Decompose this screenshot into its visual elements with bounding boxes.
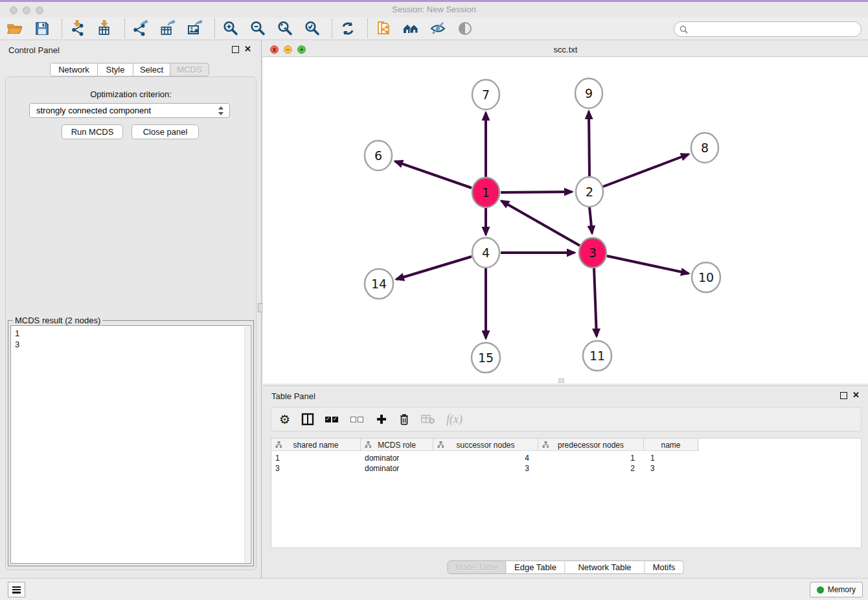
tab-motifs[interactable]: Motifs	[645, 560, 684, 574]
cell-predecessor-nodes[interactable]: 2	[538, 463, 644, 474]
refresh-view-icon[interactable]	[339, 19, 357, 38]
graph-node[interactable]: 7	[472, 80, 499, 110]
tab-select[interactable]: Select	[133, 63, 170, 76]
graph-edge[interactable]	[589, 111, 589, 177]
clone-network-icon[interactable]	[374, 19, 393, 38]
graph-node[interactable]: 14	[365, 269, 393, 299]
table-settings-icon[interactable]: ⚙	[279, 412, 290, 427]
cell-mcds-role[interactable]: dominator	[361, 463, 433, 474]
memory-button[interactable]: Memory	[810, 582, 863, 597]
table-panel-header: Table Panel ✕	[263, 386, 868, 404]
toolbar-separator	[367, 19, 368, 38]
show-graphics-details-icon[interactable]	[456, 19, 474, 38]
float-panel-icon[interactable]	[232, 46, 239, 53]
column-label: name	[661, 441, 680, 450]
cell-successor-nodes[interactable]: 4	[433, 453, 538, 463]
cell-name[interactable]: 1	[644, 453, 698, 463]
mcds-result-text[interactable]: 1 3	[10, 325, 251, 564]
graph-node[interactable]: 11	[583, 341, 611, 371]
tab-node-table[interactable]: Node Table	[448, 560, 507, 574]
network-view-window: x − + scc.txt	[263, 42, 868, 384]
graph-edge[interactable]	[501, 192, 572, 192]
split-grip[interactable]	[558, 378, 564, 383]
close-panel-icon[interactable]: ✕	[852, 390, 860, 400]
optimization-criterion-select[interactable]: strongly connected component	[29, 103, 230, 118]
graph-node[interactable]: 2	[576, 177, 603, 207]
result-scrollbar[interactable]	[244, 327, 250, 562]
cell-predecessor-nodes[interactable]: 1	[538, 453, 644, 463]
function-builder-icon[interactable]: f(x)	[446, 413, 463, 426]
graph-edge[interactable]	[603, 154, 689, 187]
cell-shared-name[interactable]: 3	[271, 463, 361, 474]
hide-graphics-details-icon[interactable]	[429, 19, 447, 38]
delete-column-icon[interactable]	[398, 413, 410, 426]
close-panel-icon[interactable]: ✕	[244, 44, 251, 54]
graph-node[interactable]: 15	[472, 343, 500, 373]
import-network-icon[interactable]	[69, 19, 87, 38]
network-overview-icon[interactable]	[402, 19, 420, 38]
zoom-in-icon[interactable]	[222, 19, 240, 38]
zoom-out-icon[interactable]	[249, 19, 267, 38]
table-row[interactable]: 3 dominator 3 2 3	[271, 463, 698, 474]
search-input[interactable]	[691, 25, 861, 34]
graph-edge[interactable]	[501, 201, 580, 246]
export-table-icon[interactable]	[159, 19, 177, 38]
deselect-all-icon[interactable]	[350, 417, 365, 422]
graph-edge[interactable]	[589, 207, 592, 233]
graph-node[interactable]: 6	[365, 141, 392, 170]
search-icon	[680, 25, 688, 34]
graph-node[interactable]: 1	[472, 178, 499, 207]
task-history-button[interactable]	[8, 582, 25, 597]
network-canvas[interactable]: 7 9 6 8 1 2 4 3 14 10 15 11	[263, 57, 868, 384]
graph-node[interactable]: 9	[575, 78, 602, 108]
tab-label: Motifs	[653, 562, 676, 572]
mcds-result-box: MCDS result (2 nodes) 1 3	[8, 320, 254, 566]
column-header-predecessor-nodes[interactable]: predecessor nodes	[538, 439, 644, 451]
import-table-icon[interactable]	[96, 19, 114, 38]
close-panel-button[interactable]: Close panel	[131, 124, 199, 139]
graph-edge[interactable]	[607, 256, 689, 273]
graph-node-label: 11	[589, 349, 605, 363]
zoom-selected-icon[interactable]	[303, 19, 321, 38]
graph-edge[interactable]	[396, 257, 472, 279]
open-session-icon[interactable]	[6, 19, 24, 38]
graph-node[interactable]: 3	[579, 238, 606, 268]
graph-node[interactable]: 8	[691, 133, 718, 163]
graph-node[interactable]: 10	[692, 262, 720, 292]
delete-table-icon[interactable]	[421, 414, 435, 424]
cell-shared-name[interactable]: 1	[271, 453, 361, 463]
export-image-icon[interactable]	[186, 19, 204, 38]
table-row[interactable]: 1 dominator 4 1 1	[271, 453, 698, 463]
toolbar-separator	[124, 19, 125, 38]
tab-style[interactable]: Style	[98, 63, 133, 76]
column-header-shared-name[interactable]: shared name	[271, 439, 361, 451]
search-field[interactable]	[674, 21, 862, 37]
tab-network[interactable]: Network	[50, 63, 98, 76]
export-network-icon[interactable]	[131, 19, 150, 38]
list-icon	[12, 586, 21, 594]
add-column-icon[interactable]	[376, 413, 387, 425]
shared-column-icon	[542, 441, 549, 448]
control-panel-tabs: Network Style Select MCDS	[50, 63, 209, 76]
graph-node-label: 14	[371, 277, 387, 291]
run-mcds-button[interactable]: Run MCDS	[62, 124, 123, 139]
column-header-mcds-role[interactable]: MCDS role	[361, 439, 433, 451]
float-panel-icon[interactable]	[840, 392, 847, 399]
graph-edge[interactable]	[594, 268, 597, 336]
graph-node[interactable]: 4	[472, 238, 499, 268]
tab-mcds[interactable]: MCDS	[170, 63, 209, 76]
cell-mcds-role[interactable]: dominator	[361, 453, 433, 463]
mcds-result-legend: MCDS result (2 nodes)	[13, 316, 102, 325]
zoom-fit-icon[interactable]	[276, 19, 294, 38]
column-layout-icon[interactable]	[301, 413, 314, 426]
select-all-icon[interactable]	[325, 417, 339, 422]
graph-edge[interactable]	[395, 161, 472, 188]
column-header-name[interactable]: name	[644, 439, 698, 451]
tab-edge-table[interactable]: Edge Table	[507, 560, 565, 574]
tab-network-table[interactable]: Network Table	[565, 560, 645, 574]
cell-successor-nodes[interactable]: 3	[433, 463, 538, 474]
node-table[interactable]: shared name MCDS role successor nodes pr…	[271, 438, 862, 548]
save-session-icon[interactable]	[33, 19, 51, 38]
cell-name[interactable]: 3	[644, 463, 698, 474]
column-header-successor-nodes[interactable]: successor nodes	[433, 439, 538, 451]
